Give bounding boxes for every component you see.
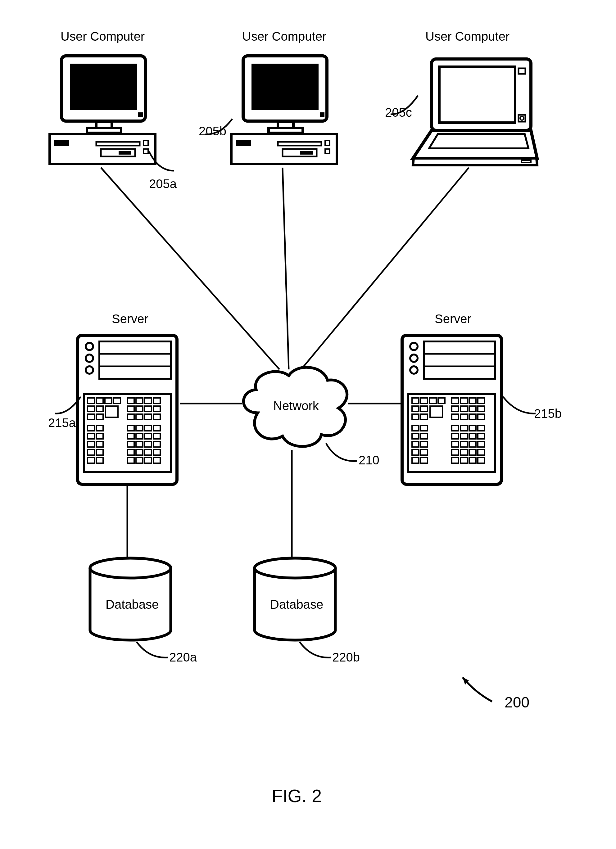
svg-rect-11 <box>87 128 121 133</box>
svg-rect-21 <box>320 112 324 117</box>
server-b-ref: 215b <box>534 407 562 421</box>
diagram-canvas: User Computer 205a User Computer <box>0 0 616 849</box>
overall-ref: 200 <box>504 694 529 711</box>
server-b-label: Server <box>435 312 471 326</box>
svg-point-158 <box>255 558 335 578</box>
svg-rect-23 <box>268 128 303 133</box>
svg-rect-20 <box>252 64 319 110</box>
user-computer-a-label: User Computer <box>61 30 145 43</box>
server-a-icon <box>75 332 183 487</box>
user-computer-b-label: User Computer <box>242 30 326 43</box>
svg-line-1 <box>283 168 289 369</box>
database-b-ref: 220b <box>332 650 360 664</box>
server-b-icon <box>399 332 508 487</box>
network-label: Network <box>273 399 319 413</box>
server-a-ref: 215a <box>48 416 76 430</box>
user-computer-b-icon <box>228 50 340 168</box>
server-a-label: Server <box>112 312 148 326</box>
user-computer-c-label: User Computer <box>425 30 510 43</box>
svg-rect-9 <box>138 112 143 117</box>
user-computer-a-ref: 205a <box>149 177 177 191</box>
svg-rect-28 <box>300 151 313 155</box>
network-ref: 210 <box>359 453 379 467</box>
database-a-ref: 220a <box>169 650 197 664</box>
figure-caption: FIG. 2 <box>271 785 322 806</box>
svg-rect-16 <box>119 151 131 155</box>
user-computer-b-ref: 205b <box>199 124 226 138</box>
user-computer-c-ref: 205c <box>385 106 412 119</box>
svg-point-156 <box>90 558 171 578</box>
database-b-label: Database <box>270 597 323 612</box>
svg-rect-8 <box>70 64 137 110</box>
overall-ref-leader <box>456 673 512 711</box>
svg-rect-13 <box>54 140 69 146</box>
database-a-label: Database <box>106 597 159 612</box>
user-computer-a-icon <box>46 50 158 168</box>
